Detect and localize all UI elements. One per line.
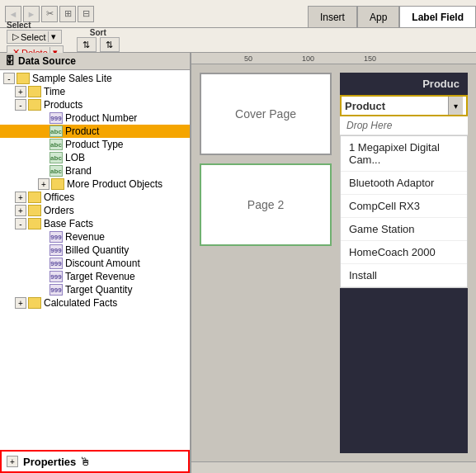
label-target-qty: Target Quantity <box>65 284 132 296</box>
icon-999-revenue: 999 <box>49 231 63 243</box>
icon-999-discount: 999 <box>49 258 63 269</box>
label-products: Products <box>44 99 82 111</box>
sort-section: Sort ⇅ ⇅ <box>70 26 126 54</box>
toolbar-tabs: Insert App Label Field <box>308 0 476 27</box>
tree-item-products[interactable]: - Products <box>0 98 190 111</box>
paste-btn[interactable]: ⊟ <box>78 6 94 22</box>
icon-999-target-rev: 999 <box>49 271 63 282</box>
canvas-area: Cover Page Page 2 Produc Product ▾ <box>191 64 476 461</box>
toggle-time[interactable]: + <box>15 86 26 97</box>
tree-item-calculated[interactable]: + Calculated Facts <box>0 296 190 310</box>
sort-desc-btn[interactable]: ⇅ <box>100 37 120 52</box>
ruler-mark-150: 150 <box>364 54 376 63</box>
cover-page-preview[interactable]: Cover Page <box>200 73 332 155</box>
tree-item-target-rev[interactable]: 999 Target Revenue <box>0 270 190 283</box>
sort-asc-btn[interactable]: ⇅ <box>77 37 97 52</box>
toggle-base-facts[interactable]: - <box>15 218 26 229</box>
label-revenue: Revenue <box>65 231 105 243</box>
drop-here-label: Drop Here <box>346 120 392 131</box>
tree-item-orders[interactable]: + Orders <box>0 204 190 217</box>
page2-preview[interactable]: Page 2 <box>200 163 332 246</box>
item-label-game-station: Game Station <box>349 223 415 235</box>
properties-panel[interactable]: + Properties 🖱 <box>0 450 190 473</box>
toggle-offices[interactable]: + <box>15 192 26 203</box>
tab-app[interactable]: App <box>357 6 399 27</box>
ruler: 50 100 150 <box>191 53 476 64</box>
label-product: Product <box>65 125 99 137</box>
label-offices: Offices <box>44 192 74 203</box>
drop-here-row[interactable]: Drop Here <box>340 116 468 135</box>
folder-icon-calculated <box>28 297 41 309</box>
report-dropdown-btn[interactable]: ▾ <box>448 97 463 115</box>
sort-icons: ⇅ ⇅ <box>77 37 120 52</box>
dropdown-item-compcell[interactable]: CompCell RX3 <box>341 195 467 218</box>
report-header-text: Produc <box>422 78 460 90</box>
tree-item-target-qty[interactable]: 999 Target Quantity <box>0 283 190 296</box>
label-discount: Discount Amount <box>65 258 140 269</box>
properties-label: Properties <box>23 456 76 468</box>
select-section-label: Select <box>7 21 31 30</box>
item-label-compcell: CompCell RX3 <box>349 200 420 212</box>
folder-icon-products <box>28 99 41 111</box>
tree-container[interactable]: - Sample Sales Lite + Time - Products 99… <box>0 70 190 450</box>
data-source-title: Data Source <box>18 55 76 67</box>
folder-icon-base-facts <box>28 218 41 229</box>
tree-item-lob[interactable]: abc LOB <box>0 151 190 164</box>
tree-item-time[interactable]: + Time <box>0 85 190 98</box>
label-product-type: Product Type <box>65 139 124 150</box>
tree-item-discount[interactable]: 999 Discount Amount <box>0 257 190 270</box>
toggle-orders[interactable]: + <box>15 205 26 216</box>
tree-item-sample-sales[interactable]: - Sample Sales Lite <box>0 72 190 85</box>
tree-item-product[interactable]: abc Product <box>0 125 190 138</box>
tab-insert[interactable]: Insert <box>308 6 357 27</box>
dropdown-item-homecoach[interactable]: HomeCoach 2000 <box>341 241 467 264</box>
cover-page-label: Cover Page <box>235 107 296 121</box>
ruler-mark-100: 100 <box>302 54 314 63</box>
report-header: Produc <box>340 73 468 95</box>
tab-label-field[interactable]: Label Field <box>399 6 476 27</box>
cursor-pointer-icon: 🖱 <box>79 455 91 468</box>
tree-item-product-type[interactable]: abc Product Type <box>0 138 190 151</box>
dropdown-item-bluetooth[interactable]: Bluetooth Adaptor <box>341 172 467 195</box>
tree-item-base-facts[interactable]: - Base Facts <box>0 217 190 230</box>
left-panel: 🗄 Data Source - Sample Sales Lite + Time… <box>0 53 191 473</box>
select-btn[interactable]: ▷ Select ▾ <box>7 30 62 44</box>
icon-abc-brand: abc <box>49 165 63 177</box>
label-target-rev: Target Revenue <box>65 271 135 282</box>
folder-icon-sample-sales <box>16 73 30 84</box>
report-dropdown-field[interactable]: Product ▾ <box>340 95 468 116</box>
label-billed-qty: Billed Quantity <box>65 244 129 256</box>
toggle-products[interactable]: - <box>15 99 26 111</box>
report-area: Produc Product ▾ Drop Here 1 Megapixel D… <box>340 73 468 453</box>
tree-item-product-number[interactable]: 999 Product Number <box>0 111 190 125</box>
tree-item-more-product[interactable]: + More Product Objects <box>0 177 190 191</box>
select-dropdown-icon[interactable]: ▾ <box>48 31 56 42</box>
label-lob: LOB <box>65 152 85 163</box>
main-area: 🗄 Data Source - Sample Sales Lite + Time… <box>0 53 476 473</box>
tree-item-revenue[interactable]: 999 Revenue <box>0 230 190 244</box>
icon-abc-lob: abc <box>49 152 63 163</box>
tree-item-offices[interactable]: + Offices <box>0 191 190 204</box>
item-label-bluetooth: Bluetooth Adaptor <box>349 177 434 189</box>
toggle-properties[interactable]: + <box>7 456 18 467</box>
item-label-install: Install <box>349 269 377 281</box>
right-panel: 50 100 150 Cover Page Page 2 Produc <box>191 53 476 473</box>
tree-item-billed-qty[interactable]: 999 Billed Quantity <box>0 244 190 257</box>
toggle-calculated[interactable]: + <box>15 297 26 309</box>
select-buttons: ▷ Select ▾ <box>7 30 62 44</box>
icon-999-billed-qty: 999 <box>49 244 63 256</box>
toggle-sample-sales[interactable]: - <box>3 73 15 84</box>
dropdown-item-install[interactable]: Install <box>341 264 467 287</box>
icon-abc-product: abc <box>49 125 63 137</box>
label-orders: Orders <box>44 205 74 216</box>
folder-icon-more-product <box>51 178 64 190</box>
toggle-more-product[interactable]: + <box>38 178 49 190</box>
tree-item-brand[interactable]: abc Brand <box>0 164 190 177</box>
report-field-label: Product <box>345 100 448 112</box>
horizontal-scrollbar[interactable] <box>191 461 476 473</box>
dropdown-item-megapixel[interactable]: 1 Megapixel Digital Cam... <box>341 136 467 172</box>
item-label-megapixel: 1 Megapixel Digital Cam... <box>349 141 440 166</box>
dropdown-item-game-station[interactable]: Game Station <box>341 218 467 241</box>
icon-999-product-number: 999 <box>49 112 63 124</box>
label-sample-sales: Sample Sales Lite <box>32 73 112 84</box>
